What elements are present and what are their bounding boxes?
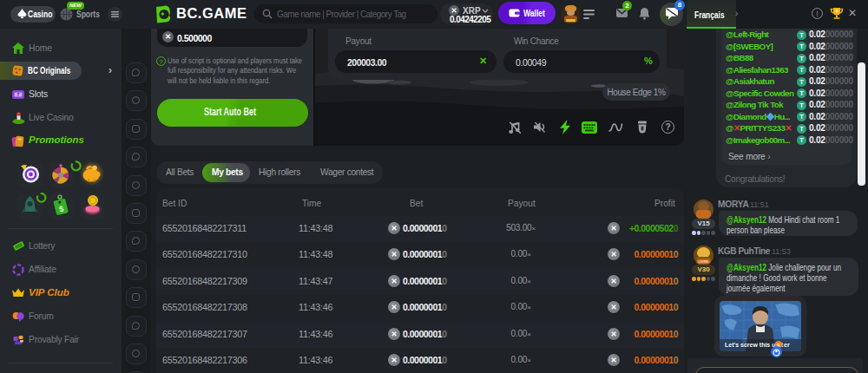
svg-text:er: er xyxy=(784,342,790,348)
svg-text:7: 7 xyxy=(17,92,20,97)
